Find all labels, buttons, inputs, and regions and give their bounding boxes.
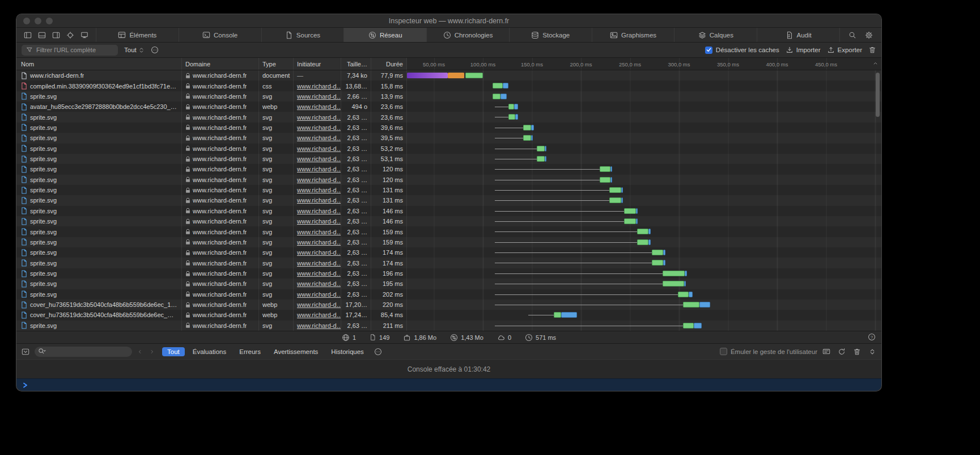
console-mode-icon[interactable] xyxy=(22,348,29,356)
network-request-row[interactable]: sprite.svgwww.richard-dern.frsvgwww.rich… xyxy=(16,237,881,247)
network-request-row[interactable]: compiled.min.38390909f303624ed9e1cf1bd3f… xyxy=(16,81,881,91)
tab-sources[interactable]: Sources xyxy=(261,28,344,42)
console-tab-tout[interactable]: Tout xyxy=(162,347,185,356)
console-tab-erreurs[interactable]: Erreurs xyxy=(234,347,266,356)
initiator-link[interactable]: www.richard-d… xyxy=(297,301,341,308)
disable-caches-checkbox[interactable]: Désactiver les caches xyxy=(705,47,779,54)
initiator-link[interactable]: www.richard-d… xyxy=(297,187,341,193)
network-request-row[interactable]: sprite.svgwww.richard-dern.frsvgwww.rich… xyxy=(16,185,881,195)
column-header-nom[interactable]: Nom xyxy=(16,58,182,70)
zoom-button[interactable] xyxy=(46,18,53,24)
next-result-icon[interactable] xyxy=(149,348,155,355)
preserve-log-icon[interactable] xyxy=(838,348,846,356)
initiator-link[interactable]: www.richard-d… xyxy=(297,218,341,225)
network-request-row[interactable]: sprite.svgwww.richard-dern.frsvgwww.rich… xyxy=(16,321,881,331)
initiator-link[interactable]: www.richard-d… xyxy=(297,103,341,110)
undock-icon[interactable] xyxy=(52,31,60,39)
network-request-row[interactable]: www.richard-dern.frwww.richard-dern.frdo… xyxy=(16,70,881,81)
show-console-tab-icon[interactable] xyxy=(822,348,830,356)
column-header-initiateur[interactable]: Initiateur xyxy=(294,58,341,70)
network-request-row[interactable]: sprite.svgwww.richard-dern.frsvgwww.rich… xyxy=(16,133,881,143)
search-icon[interactable] xyxy=(849,31,856,39)
dock-bottom-icon[interactable] xyxy=(38,31,46,39)
tab-audit[interactable]: Audit xyxy=(757,28,839,42)
resource-type-select[interactable]: Tout xyxy=(124,47,145,54)
console-search-field[interactable] xyxy=(35,347,132,357)
initiator-link[interactable]: www.richard-d… xyxy=(297,311,341,318)
initiator-link[interactable]: www.richard-d… xyxy=(297,322,341,329)
initiator-link[interactable]: www.richard-d… xyxy=(297,239,341,246)
emulate-user-gesture-checkbox[interactable]: Émuler le geste de l'utilisateur xyxy=(720,348,817,355)
initiator-link[interactable]: www.richard-d… xyxy=(297,197,341,204)
initiator-link[interactable]: www.richard-d… xyxy=(297,83,341,90)
initiator-link[interactable]: www.richard-d… xyxy=(297,166,341,172)
column-header-taille[interactable]: Taille… xyxy=(341,58,371,70)
resize-console-icon[interactable] xyxy=(868,348,876,356)
console-tab-evaluations[interactable]: Évaluations xyxy=(188,347,231,356)
import-button[interactable]: Importer xyxy=(786,46,821,54)
console-tab-avertissements[interactable]: Avertissements xyxy=(269,347,323,356)
initiator-link[interactable]: www.richard-d… xyxy=(297,93,341,100)
column-header-domaine[interactable]: Domaine xyxy=(182,58,259,70)
network-request-row[interactable]: sprite.svgwww.richard-dern.frsvgwww.rich… xyxy=(16,279,881,289)
initiator-link[interactable]: www.richard-d… xyxy=(297,134,341,141)
tab-graphics[interactable]: Graphismes xyxy=(592,28,674,42)
tab-storage[interactable]: Stockage xyxy=(509,28,592,42)
tab-network[interactable]: Réseau xyxy=(343,28,426,42)
help-icon[interactable]: ? xyxy=(868,333,876,341)
minimize-button[interactable] xyxy=(35,18,41,24)
column-header-duree[interactable]: Durée xyxy=(371,58,407,70)
settings-gear-icon[interactable] xyxy=(865,31,873,39)
scroll-up-icon[interactable] xyxy=(872,60,879,66)
tab-timelines[interactable]: Chronologies xyxy=(426,28,509,42)
network-request-row[interactable]: sprite.svgwww.richard-dern.frsvgwww.rich… xyxy=(16,164,881,174)
console-options-icon[interactable] xyxy=(374,348,382,356)
initiator-link[interactable]: www.richard-d… xyxy=(297,249,341,256)
initiator-link[interactable]: www.richard-d… xyxy=(297,260,341,267)
dock-side-icon[interactable] xyxy=(24,31,32,39)
network-request-row[interactable]: sprite.svgwww.richard-dern.frsvgwww.rich… xyxy=(16,195,881,205)
column-header-type[interactable]: Type xyxy=(259,58,294,70)
clear-network-icon[interactable] xyxy=(868,46,876,54)
initiator-link[interactable]: www.richard-d… xyxy=(297,155,341,162)
initiator-link[interactable]: www.richard-d… xyxy=(297,229,341,235)
console-tab-historiques[interactable]: Historiques xyxy=(326,347,369,356)
tab-console[interactable]: Console xyxy=(179,28,261,42)
network-request-row[interactable]: avatar_hu85ecc3e298728880b0bde2dcc4e5c23… xyxy=(16,102,881,112)
element-picker-icon[interactable] xyxy=(66,31,74,39)
vertical-scrollbar-thumb[interactable] xyxy=(876,73,880,117)
network-options-icon[interactable] xyxy=(151,46,159,54)
console-prompt[interactable] xyxy=(16,378,881,391)
url-filter-field[interactable]: Filtrer l'URL complète xyxy=(22,45,118,56)
export-button[interactable]: Exporter xyxy=(827,46,862,54)
network-request-row[interactable]: sprite.svgwww.richard-dern.frsvgwww.rich… xyxy=(16,289,881,300)
initiator-link[interactable]: www.richard-d… xyxy=(297,280,341,287)
previous-result-icon[interactable] xyxy=(137,348,143,355)
network-request-row[interactable]: sprite.svgwww.richard-dern.frsvgwww.rich… xyxy=(16,258,881,268)
initiator-link[interactable]: www.richard-d… xyxy=(297,291,341,298)
network-request-row[interactable]: sprite.svgwww.richard-dern.frsvgwww.rich… xyxy=(16,112,881,122)
network-request-row[interactable]: cover_hu736519dc3b5040cfa48b6b559b6de6ec… xyxy=(16,310,881,320)
initiator-link[interactable]: www.richard-d… xyxy=(297,145,341,152)
initiator-link[interactable]: www.richard-d… xyxy=(297,208,341,214)
network-request-row[interactable]: sprite.svgwww.richard-dern.frsvgwww.rich… xyxy=(16,154,881,164)
network-request-row[interactable]: sprite.svgwww.richard-dern.frsvgwww.rich… xyxy=(16,206,881,216)
network-request-row[interactable]: sprite.svgwww.richard-dern.frsvgwww.rich… xyxy=(16,123,881,133)
network-request-row[interactable]: sprite.svgwww.richard-dern.frsvgwww.rich… xyxy=(16,144,881,154)
initiator-link[interactable]: www.richard-d… xyxy=(297,176,341,183)
network-request-row[interactable]: sprite.svgwww.richard-dern.frsvgwww.rich… xyxy=(16,247,881,258)
clear-console-icon[interactable] xyxy=(853,348,861,356)
tab-layers[interactable]: Calques xyxy=(674,28,757,42)
network-request-row[interactable]: sprite.svgwww.richard-dern.frsvgwww.rich… xyxy=(16,175,881,185)
network-request-row[interactable]: sprite.svgwww.richard-dern.frsvgwww.rich… xyxy=(16,268,881,279)
network-request-row[interactable]: sprite.svgwww.richard-dern.frsvgwww.rich… xyxy=(16,91,881,102)
responsive-mode-icon[interactable] xyxy=(80,31,88,39)
network-request-row[interactable]: sprite.svgwww.richard-dern.frsvgwww.rich… xyxy=(16,216,881,226)
initiator-link[interactable]: www.richard-d… xyxy=(297,270,341,277)
network-request-row[interactable]: sprite.svgwww.richard-dern.frsvgwww.rich… xyxy=(16,226,881,237)
tab-elements[interactable]: Éléments xyxy=(96,28,179,42)
close-button[interactable] xyxy=(23,18,30,24)
network-request-row[interactable]: cover_hu736519dc3b5040cfa48b6b559b6de6ec… xyxy=(16,300,881,310)
initiator-link[interactable]: www.richard-d… xyxy=(297,114,341,121)
initiator-link[interactable]: www.richard-d… xyxy=(297,124,341,131)
